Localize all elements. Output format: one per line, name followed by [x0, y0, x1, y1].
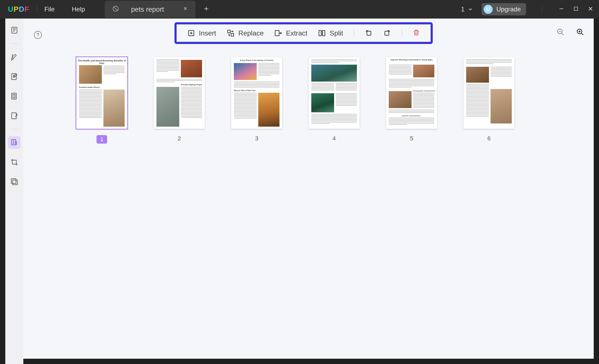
page-thumbnail-5[interactable]: Improve Working Productivity in Using Ap… [386, 57, 437, 129]
page-cell-6: 6 [464, 57, 514, 144]
maximize-button[interactable] [573, 6, 579, 13]
svg-rect-11 [228, 30, 230, 33]
svg-rect-14 [319, 30, 321, 36]
upgrade-button[interactable]: U Upgrade [482, 3, 526, 15]
page-cell-2: Animals Helping People 2 [154, 57, 205, 144]
upgrade-label: Upgrade [496, 6, 521, 13]
insert-button[interactable]: Insert [187, 29, 216, 37]
tab-label: pets report [131, 5, 164, 14]
thumb-image [156, 87, 179, 127]
thumb-image [413, 65, 434, 77]
page-number-6: 6 [487, 135, 491, 142]
app-logo: UPDF [8, 5, 29, 14]
svg-rect-17 [385, 31, 389, 35]
thumb-image [79, 65, 102, 84]
pages-grid: The Health and Mood-Boosting Benefits of… [23, 50, 594, 144]
page-number-3: 3 [255, 135, 258, 142]
sidebar-comment[interactable] [8, 51, 21, 63]
page-number-1: 1 [97, 135, 107, 144]
zoom-out-button[interactable] [557, 28, 565, 37]
page-thumbnail-6[interactable] [464, 57, 514, 129]
delete-button[interactable] [413, 29, 420, 37]
thumb-image [311, 65, 357, 82]
svg-rect-16 [367, 31, 371, 35]
page-cell-4: 4 [309, 57, 360, 144]
svg-rect-1 [574, 7, 578, 11]
sidebar-separator [10, 129, 19, 129]
page-indicator[interactable]: 1 [461, 6, 473, 13]
page-cell-5: Improve Working Productivity in Using Ap… [386, 57, 437, 144]
titlebar: UPDF File Help pets report 1 U Upgrade [0, 0, 599, 19]
tab-document-icon [112, 5, 119, 13]
svg-rect-15 [323, 30, 325, 36]
page-cell-1: The Health and Mood-Boosting Benefits of… [76, 57, 127, 144]
page-thumbnail-2[interactable]: Animals Helping People [154, 57, 205, 129]
sidebar [0, 19, 23, 364]
close-tab-icon[interactable] [183, 6, 188, 13]
sidebar-crop[interactable] [8, 156, 21, 168]
help-icon[interactable]: ? [34, 31, 42, 39]
page-number-4: 4 [333, 135, 336, 142]
page3-sub1: Why to Take a Plant Tour [234, 90, 256, 92]
avatar: U [484, 5, 493, 14]
minimize-button[interactable] [558, 6, 565, 13]
sidebar-separator [10, 43, 19, 44]
new-tab-button[interactable] [203, 5, 209, 14]
insert-label: Insert [199, 29, 216, 37]
sidebar-reader-mode[interactable] [8, 24, 21, 37]
thumb-image [311, 93, 334, 112]
page5-sub1: Demographic Characteristics [413, 90, 435, 92]
split-label: Split [330, 29, 343, 37]
page-number-5: 5 [410, 135, 413, 142]
rotate-right-button[interactable] [383, 29, 391, 38]
page-thumbnail-3[interactable]: A Key Phase in the History of Tourism Wh… [231, 57, 282, 129]
menu-file[interactable]: File [44, 6, 55, 13]
extract-label: Extract [286, 29, 307, 37]
page1-sub1: Possible Health Effects [79, 86, 99, 88]
page-number-2: 2 [178, 135, 181, 142]
toolbar-separator [354, 29, 354, 37]
thumb-image [491, 89, 512, 123]
svg-rect-12 [231, 33, 234, 36]
split-button[interactable]: Split [318, 29, 343, 37]
thumb-image [181, 60, 202, 77]
separator [37, 6, 37, 13]
main-canvas: ? Insert Replace Extract Split [23, 19, 599, 364]
svg-rect-4 [12, 93, 16, 99]
sidebar-edit-pdf[interactable] [8, 70, 21, 83]
page-toolbar: Insert Replace Extract Split [174, 22, 433, 44]
document-tab[interactable]: pets report [105, 1, 195, 18]
page1-title: The Health and Mood-Boosting Benefits of… [76, 59, 127, 65]
replace-button[interactable]: Replace [227, 29, 264, 37]
app-body: ? Insert Replace Extract Split [0, 19, 599, 364]
chevron-down-icon [468, 7, 473, 12]
page-thumbnail-4[interactable] [309, 57, 360, 129]
close-window-button[interactable] [587, 6, 594, 13]
sidebar-organize-pages[interactable] [8, 136, 21, 149]
svg-rect-13 [275, 30, 279, 36]
svg-rect-6 [12, 113, 16, 119]
extract-button[interactable]: Extract [274, 29, 307, 37]
titlebar-right: 1 U Upgrade [461, 3, 594, 15]
menu-help[interactable]: Help [72, 6, 85, 13]
svg-rect-8 [11, 179, 16, 184]
rotate-left-button[interactable] [365, 29, 373, 38]
separator [542, 6, 542, 13]
page5-sub2: Baseline Characteristics [402, 115, 421, 117]
menu-bar: File Help [44, 6, 102, 13]
top-row: ? Insert Replace Extract Split [23, 19, 594, 50]
page-thumbnail-1[interactable]: The Health and Mood-Boosting Benefits of… [76, 57, 127, 129]
sidebar-page-tools[interactable] [8, 90, 21, 103]
svg-rect-5 [13, 95, 15, 98]
thumb-image [258, 93, 279, 127]
page2-title: Animals Helping People [181, 84, 202, 86]
replace-label: Replace [238, 29, 264, 37]
sidebar-fill-sign[interactable] [8, 109, 21, 122]
page3-title: A Key Phase in the History of Tourism [231, 59, 282, 61]
svg-rect-9 [13, 180, 18, 185]
page5-title: Improve Working Productivity in Using Ap… [386, 59, 437, 61]
thumb-image [234, 63, 257, 80]
toolbar-separator [402, 29, 402, 37]
sidebar-background[interactable] [8, 175, 21, 188]
zoom-in-button[interactable] [576, 28, 584, 37]
